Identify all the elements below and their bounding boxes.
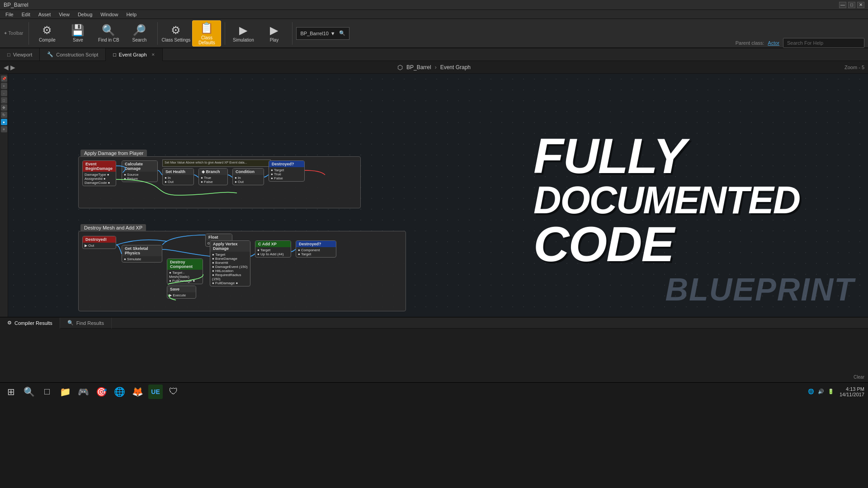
calc-damage-node[interactable]: Calculate Damage ● Source ● Return [122, 160, 158, 182]
breadcrumb-graph-icon: ⬡ [397, 64, 403, 71]
menu-file[interactable]: File [2, 11, 17, 18]
sidebar-icon-rotate[interactable]: ↻ [1, 112, 7, 118]
destroy-mesh-group: Destroyed! ▶ Out Get Skeletal Physics ● … [78, 231, 406, 311]
destroyed-event-body: ▶ Out [83, 243, 116, 249]
construction-script-icon: 🔧 [47, 52, 53, 57]
sidebar-icon-add[interactable]: + [1, 83, 7, 89]
menu-window[interactable]: Window [97, 11, 122, 18]
tab-event-graph[interactable]: □ Event Graph ✕ [106, 48, 162, 61]
taskbar-search[interactable]: 🔍 [22, 385, 36, 399]
class-defaults-label: Class Defaults [193, 35, 221, 45]
comment-box: Set Max Value Above which to give Award … [162, 160, 271, 167]
compile-icon: ⚙ [42, 24, 52, 37]
taskbar: ⊞ 🔍 □ 📁 🎮 🎯 🌐 🦊 UE 🛡 🌐 🔊 🔋 4:13 PM 14/11… [0, 382, 868, 400]
canvas-area[interactable]: Apply Damage from Player Event BeginDama… [8, 74, 868, 317]
taskbar-firefox[interactable]: 🦊 [130, 385, 145, 399]
tab-viewport[interactable]: □ Viewport [0, 48, 40, 61]
health-node-body: ● In ● Out [163, 175, 193, 185]
apply-vertex-node[interactable]: Apply Vertex Damage ● Target ● BoneDamag… [210, 240, 250, 286]
taskbar-game1[interactable]: 🎮 [76, 385, 90, 399]
apply-vertex-body: ● Target ● BoneDamage ● BoneHit ● Damage… [210, 252, 250, 286]
overlay-line3: CODE [524, 219, 868, 269]
condition-node[interactable]: Condition ● In ● Out [232, 168, 264, 185]
taskbar-game2[interactable]: 🎯 [94, 385, 108, 399]
play-label: Play [270, 38, 278, 42]
add-xp-node[interactable]: C Add XP ● Target ● Up to Add (44) [255, 240, 291, 258]
destroyed-node[interactable]: Destroyed? ● Target ● True ● False [269, 160, 305, 182]
taskbar-browser[interactable]: 🌐 [112, 385, 127, 399]
menu-debug[interactable]: Debug [74, 11, 96, 18]
sidebar-icon-more[interactable]: ≡ [1, 126, 7, 132]
debug-filter-value: BP_Barrel10 [300, 31, 328, 36]
compile-button[interactable]: ⚙ Compile [33, 20, 61, 47]
get-skeletal-header: Get Skeletal Physics [122, 245, 162, 256]
save-node[interactable]: Save ▶ Execute [167, 286, 196, 299]
branch-node[interactable]: ◆ Branch ● True ● False [198, 168, 228, 185]
add-xp-body: ● Target ● Up to Add (44) [255, 247, 291, 257]
sidebar-icon-active[interactable]: ● [1, 119, 7, 125]
sidebar-icon-select[interactable]: □ [1, 97, 7, 103]
taskbar-file-explorer[interactable]: 📁 [58, 385, 72, 399]
bottom-tab-find-results[interactable]: 🔍 Find Results [60, 318, 112, 328]
simulation-button[interactable]: ▶ Simulation [229, 20, 258, 47]
health-node-header: Set Health [163, 169, 193, 175]
event-node[interactable]: Event BeginDamage DamageType ● AssignedI… [82, 160, 116, 186]
destroyed-event-header: Destroyed! [83, 236, 116, 243]
taskbar-extra[interactable]: 🛡 [166, 385, 181, 399]
menu-bar: File Edit Asset View Debug Window Help [0, 10, 868, 19]
save-label: Save [73, 38, 83, 42]
taskbar-task-view[interactable]: □ [40, 385, 54, 399]
debug-filter[interactable]: BP_Barrel10 ▼ 🔍 [296, 27, 349, 40]
taskbar-unreal[interactable]: UE [148, 385, 163, 399]
taskbar-time[interactable]: 4:13 PM 14/11/2017 [840, 386, 864, 397]
taskbar-start[interactable]: ⊞ [4, 385, 18, 399]
sidebar-icon-minus[interactable]: - [1, 90, 7, 96]
calc-damage-body: ● Source ● Return [122, 172, 157, 182]
get-skeletal-physics-node[interactable]: Get Skeletal Physics ● Simulate [122, 245, 162, 263]
sys-icon-sound[interactable]: 🔊 [818, 389, 824, 394]
class-settings-button[interactable]: ⚙ Class Settings [161, 20, 190, 47]
destroyed-event-node[interactable]: Destroyed! ▶ Out [82, 236, 116, 249]
sidebar-icon-pin[interactable]: 📌 [1, 75, 7, 82]
search-button[interactable]: 🔎 Search [125, 20, 154, 47]
breadcrumb-event-graph[interactable]: Event Graph [440, 64, 471, 70]
window-controls[interactable]: — □ ✕ [839, 2, 864, 8]
menu-edit[interactable]: Edit [18, 11, 34, 18]
tab-close-icon[interactable]: ✕ [151, 52, 155, 57]
class-defaults-button[interactable]: 📋 Class Defaults [192, 20, 221, 47]
nav-forward[interactable]: ▶ [10, 64, 15, 71]
parent-class-link[interactable]: Actor [768, 40, 779, 46]
condition-body: ● In ● Out [233, 175, 264, 185]
debug-search-icon[interactable]: 🔍 [339, 30, 345, 36]
play-button[interactable]: ▶ Play [259, 20, 288, 47]
menu-help[interactable]: Help [123, 11, 140, 18]
tab-bar: □ Viewport 🔧 Construction Script □ Event… [0, 48, 868, 61]
left-sidebar: 📌 + - □ ✥ ↻ ● ≡ [0, 74, 8, 317]
destroy-component-header: Destroy Component [167, 259, 203, 270]
breadcrumb-bar: ◀ ▶ ⬡ BP_Barrel › Event Graph Zoom - 5 [0, 61, 868, 74]
bottom-tab-compiler-results[interactable]: ⚙ Compiler Results [0, 318, 60, 328]
menu-view[interactable]: View [55, 11, 73, 18]
float-header: Float [206, 234, 232, 240]
calc-damage-header: Calculate Damage [122, 161, 157, 172]
sidebar-icon-move[interactable]: ✥ [1, 104, 7, 111]
breadcrumb-bp-barrel[interactable]: BP_Barrel [406, 64, 431, 70]
clear-button[interactable]: Clear [854, 375, 864, 380]
tab-construction-script[interactable]: 🔧 Construction Script [40, 48, 106, 61]
save-button[interactable]: 💾 Save [63, 20, 92, 47]
nav-back[interactable]: ◀ [4, 64, 9, 71]
branch-node-body: ● True ● False [199, 175, 227, 185]
menu-asset[interactable]: Asset [35, 11, 55, 18]
class-settings-icon: ⚙ [171, 24, 181, 37]
search-for-help-input[interactable]: Search For Help [783, 38, 864, 48]
sys-icon-battery[interactable]: 🔋 [828, 389, 834, 394]
sys-icon-network[interactable]: 🌐 [808, 389, 814, 394]
find-in-cb-button[interactable]: 🔍 Find in CB [94, 20, 123, 47]
health-node[interactable]: Set Health ● In ● Out [162, 168, 194, 185]
maximize-button[interactable]: □ [848, 2, 855, 8]
minimize-button[interactable]: — [839, 2, 846, 8]
taskbar-date: 14/11/2017 [840, 392, 864, 397]
close-button[interactable]: ✕ [857, 2, 864, 8]
final-destroyed-node[interactable]: Destroyed? ● Component ● Target [296, 240, 336, 258]
destroy-component-node[interactable]: Destroy Component ● Target - Mesh(Static… [167, 258, 203, 284]
